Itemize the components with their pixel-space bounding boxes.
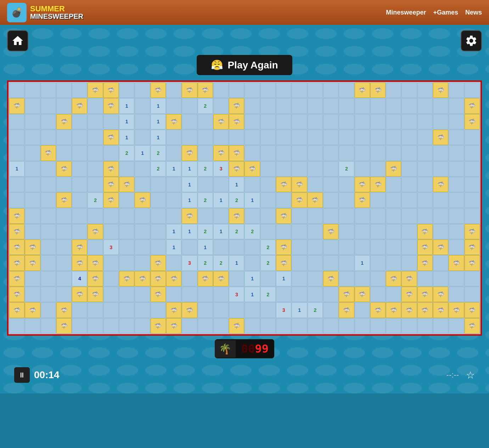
cell[interactable]: 🦈 [449, 302, 464, 318]
cell[interactable] [386, 83, 401, 98]
cell[interactable] [417, 83, 433, 98]
cell[interactable] [433, 208, 448, 224]
cell[interactable] [166, 145, 181, 161]
cell[interactable] [166, 98, 181, 113]
cell[interactable] [244, 318, 260, 334]
cell[interactable] [276, 145, 291, 161]
cell[interactable] [433, 161, 448, 177]
cell[interactable] [292, 98, 307, 113]
cell[interactable] [370, 271, 386, 286]
cell[interactable] [25, 130, 40, 145]
cell[interactable] [339, 318, 354, 334]
cell[interactable] [229, 271, 244, 286]
cell[interactable]: 🦈 [386, 161, 401, 177]
cell[interactable] [355, 224, 370, 239]
home-button[interactable] [7, 30, 28, 51]
cell[interactable] [370, 161, 386, 177]
cell[interactable]: 🦈 [213, 145, 229, 161]
cell[interactable] [401, 145, 417, 161]
cell[interactable] [72, 161, 87, 177]
cell[interactable] [276, 318, 291, 334]
cell[interactable] [323, 192, 338, 208]
cell[interactable] [370, 224, 386, 239]
cell[interactable] [308, 255, 323, 270]
cell[interactable] [292, 287, 307, 302]
cell[interactable] [166, 83, 181, 98]
cell[interactable] [386, 240, 401, 255]
cell[interactable]: 🦈 [229, 98, 244, 113]
cell[interactable]: 🦈 [417, 287, 433, 302]
cell[interactable] [465, 271, 480, 286]
cell[interactable] [339, 114, 354, 129]
cell[interactable]: 🦈 [9, 255, 24, 270]
cell[interactable] [433, 271, 448, 286]
cell[interactable]: 1 [355, 255, 370, 270]
cell[interactable]: 1 [166, 161, 181, 177]
cell[interactable] [25, 83, 40, 98]
cell[interactable]: 🦈 [229, 318, 244, 334]
cell[interactable]: 1 [151, 114, 166, 129]
cell[interactable] [88, 114, 103, 129]
cell[interactable]: 🦈 [339, 302, 354, 318]
cell[interactable]: 🦈 [386, 271, 401, 286]
cell[interactable] [41, 161, 56, 177]
cell[interactable] [401, 161, 417, 177]
cell[interactable] [449, 192, 464, 208]
cell[interactable]: 1 [276, 271, 291, 286]
cell[interactable]: 🦈 [88, 271, 103, 286]
cell[interactable]: 🦈 [9, 240, 24, 255]
cell[interactable] [229, 83, 244, 98]
cell[interactable] [260, 192, 276, 208]
nav-minesweeper[interactable]: Minesweeper [386, 9, 426, 16]
cell[interactable]: 3 [103, 240, 119, 255]
cell[interactable] [9, 83, 24, 98]
cell[interactable] [198, 177, 213, 192]
cell[interactable] [119, 161, 134, 177]
cell[interactable] [370, 192, 386, 208]
cell[interactable] [465, 83, 480, 98]
cell[interactable]: 1 [182, 192, 197, 208]
cell[interactable]: 2 [198, 224, 213, 239]
cell[interactable]: 🦈 [465, 302, 480, 318]
cell[interactable] [56, 287, 72, 302]
cell[interactable]: 🦈 [449, 255, 464, 270]
cell[interactable] [151, 177, 166, 192]
cell[interactable]: 1 [135, 145, 150, 161]
cell[interactable] [276, 192, 291, 208]
cell[interactable] [72, 114, 87, 129]
cell[interactable] [323, 318, 338, 334]
cell[interactable] [355, 98, 370, 113]
cell[interactable]: 1 [182, 161, 197, 177]
cell[interactable] [323, 302, 338, 318]
cell[interactable] [292, 224, 307, 239]
cell[interactable] [433, 192, 448, 208]
cell[interactable] [135, 130, 150, 145]
cell[interactable] [244, 302, 260, 318]
cell[interactable] [401, 177, 417, 192]
cell[interactable] [244, 240, 260, 255]
cell[interactable]: 🦈 [465, 255, 480, 270]
cell[interactable] [213, 318, 229, 334]
cell[interactable]: 🦈 [401, 287, 417, 302]
cell[interactable]: 1 [244, 192, 260, 208]
cell[interactable] [213, 130, 229, 145]
cell[interactable]: 🦈 [166, 114, 181, 129]
cell[interactable]: 🦈 [370, 83, 386, 98]
cell[interactable] [88, 318, 103, 334]
cell[interactable]: 2 [229, 224, 244, 239]
cell[interactable]: 🦈 [72, 98, 87, 113]
cell[interactable]: 1 [213, 192, 229, 208]
cell[interactable] [292, 255, 307, 270]
cell[interactable] [323, 177, 338, 192]
cell[interactable] [135, 114, 150, 129]
cell[interactable] [355, 130, 370, 145]
cell[interactable] [401, 98, 417, 113]
cell[interactable] [292, 83, 307, 98]
cell[interactable]: 🦈 [182, 208, 197, 224]
cell[interactable] [308, 271, 323, 286]
nav-news[interactable]: News [465, 9, 482, 16]
cell[interactable] [339, 145, 354, 161]
cell[interactable] [355, 271, 370, 286]
cell[interactable] [465, 130, 480, 145]
cell[interactable]: 🦈 [103, 130, 119, 145]
